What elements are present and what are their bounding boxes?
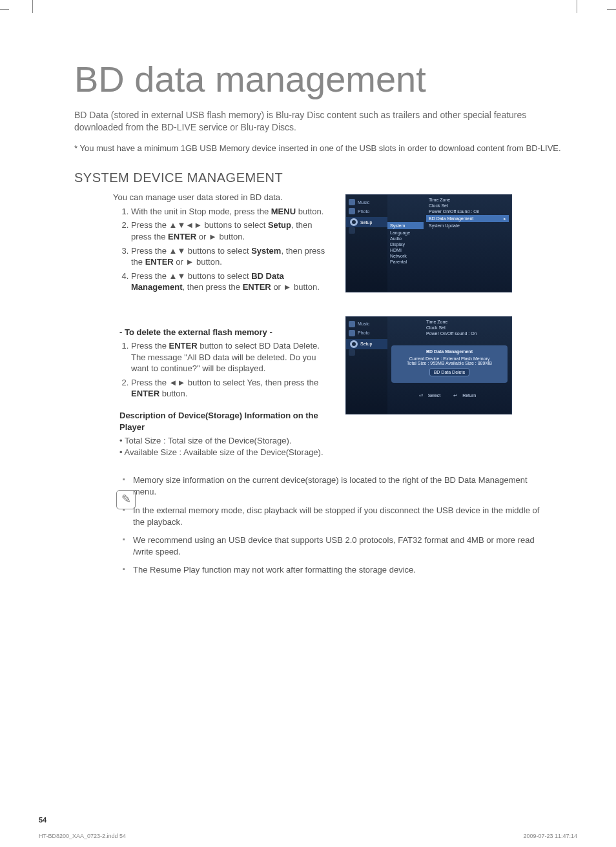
hint-select: ⏎ Select — [419, 393, 444, 398]
panel-current-device: Current Device : External Flash Memory — [396, 356, 502, 361]
steps-setup: With the unit in Stop mode, press the ME… — [74, 206, 333, 293]
desc-heading: Description of Device(Storage) Informati… — [119, 410, 333, 433]
icon — [349, 349, 355, 356]
music-icon — [349, 199, 355, 205]
item-timezone[interactable]: Time Zone — [426, 320, 506, 324]
page-title: BD data management — [74, 58, 577, 100]
menu-display[interactable]: Display — [390, 242, 421, 247]
item-poweronoff[interactable]: Power On/Off sound : On — [426, 331, 506, 336]
item-clockset[interactable]: Clock Set — [426, 325, 506, 330]
intro-paragraph: BD Data (stored in external USB flash me… — [74, 109, 577, 134]
setup-menu-screenshot: Music Photo Setup System Language Audio … — [345, 194, 512, 292]
panel-sizes: Total Size : 953MB Available Size : 889M… — [396, 361, 502, 365]
delete-subheading: - To delete the external flash memory - — [119, 327, 333, 338]
menu-network[interactable]: Network — [390, 254, 421, 258]
hint-return: ↩ Return — [453, 393, 480, 398]
lead-sentence: You can manage user data stored in BD da… — [113, 192, 333, 203]
menu-language[interactable]: Language — [390, 230, 421, 235]
desc-bullets: Total Size : Total size of the Device(St… — [119, 435, 333, 458]
icon — [349, 227, 355, 234]
source-file: HT-BD8200_XAA_0723-2.indd 54 — [39, 833, 126, 839]
steps-delete: Press the ENTER button to select BD Data… — [74, 340, 333, 400]
usb-requirement-note: * You must have a minimum 1GB USB Memory… — [74, 143, 577, 154]
print-timestamp: 2009-07-23 11:47:14 — [523, 833, 577, 839]
photo-icon — [349, 330, 355, 336]
bd-data-delete-button[interactable]: BD Data Delete — [429, 368, 470, 376]
menu-parental[interactable]: Parental — [390, 260, 421, 264]
item-clockset[interactable]: Clock Set — [429, 203, 509, 208]
panel-title: BD Data Management — [396, 349, 502, 354]
menu-hdmi[interactable]: HDMI — [390, 248, 421, 252]
photo-icon — [349, 208, 355, 214]
item-bd-data-mgmt[interactable]: BD Data Management — [426, 215, 509, 222]
page-number: 54 — [39, 816, 46, 824]
item-system-update[interactable]: System Update — [429, 223, 509, 228]
gear-icon — [350, 218, 358, 226]
section-heading: SYSTEM DEVICE MANAGEMENT — [74, 170, 577, 185]
gear-icon — [350, 340, 358, 348]
menu-system[interactable]: System — [387, 222, 424, 229]
bd-delete-screenshot: Music Photo Setup Time Zone Clock Set Po… — [345, 316, 512, 414]
menu-audio[interactable]: Audio — [390, 236, 421, 241]
item-timezone[interactable]: Time Zone — [429, 198, 509, 202]
music-icon — [349, 321, 355, 327]
item-poweronoff[interactable]: Power On/Off sound : On — [429, 209, 509, 214]
notes-list: Memory size information on the current d… — [123, 475, 542, 576]
